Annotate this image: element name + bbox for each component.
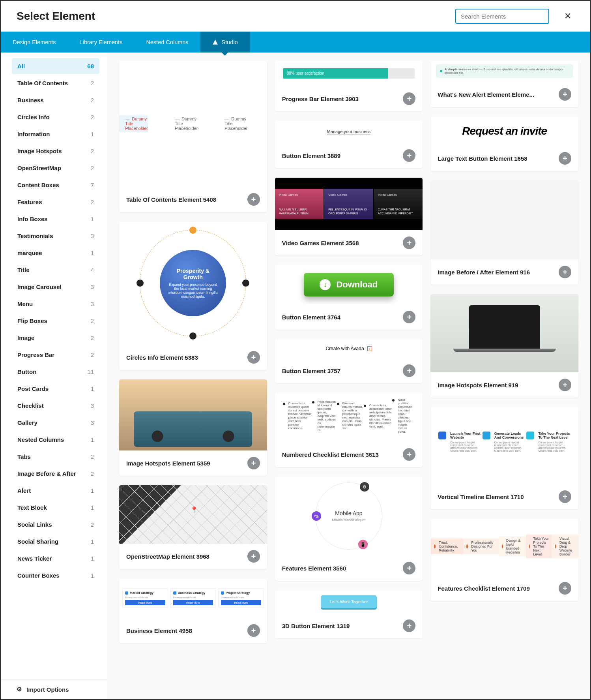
add-element-button[interactable]: +	[559, 152, 571, 165]
add-element-button[interactable]: +	[247, 550, 260, 563]
category-item[interactable]: Image Hotspots2	[12, 143, 99, 159]
element-card[interactable]: Mobile AppMauris blandit aliquet⚙🛍📱Featu…	[275, 477, 423, 581]
category-count: 2	[91, 521, 94, 528]
element-card[interactable]: Create with Avada›Button Element 3757+	[275, 339, 423, 383]
add-element-button[interactable]: +	[403, 619, 415, 632]
element-card[interactable]: Trust, Confidence, ReliabilityProfession…	[430, 519, 578, 601]
category-count: 1	[91, 436, 94, 443]
category-item[interactable]: Checklist3	[12, 398, 99, 414]
category-item[interactable]: Title4	[12, 262, 99, 278]
tab-nested-columns[interactable]: Nested Columns	[134, 32, 200, 53]
category-label: Image Carousel	[17, 283, 62, 290]
category-item[interactable]: News Ticker1	[12, 550, 99, 567]
add-element-button[interactable]: +	[559, 379, 571, 391]
add-element-button[interactable]: +	[403, 311, 415, 323]
add-element-button[interactable]: +	[403, 364, 415, 377]
studio-icon	[212, 39, 219, 45]
add-element-button[interactable]: +	[247, 351, 260, 364]
category-item[interactable]: Button11	[12, 364, 99, 380]
tab-design-elements[interactable]: Design Elements	[1, 32, 68, 53]
add-element-button[interactable]: +	[559, 490, 571, 503]
card-footer: Image Hotspots Element 919+	[430, 372, 578, 398]
category-item[interactable]: OpenStreetMap2	[12, 160, 99, 176]
category-count: 2	[91, 453, 94, 460]
element-card[interactable]: —Dummy Title Placeholder—Dummy Title Pla…	[119, 60, 267, 212]
add-element-button[interactable]: +	[559, 88, 571, 101]
category-item[interactable]: marquee1	[12, 245, 99, 261]
category-item[interactable]: Progress Bar2	[12, 347, 99, 363]
category-count: 1	[91, 216, 94, 222]
add-element-button[interactable]: +	[403, 448, 415, 461]
category-item[interactable]: Flip Boxes2	[12, 313, 99, 329]
category-label: Counter Boxes	[17, 572, 60, 579]
element-card[interactable]: OpenStreetMap Element 3968+	[119, 485, 267, 569]
element-card[interactable]: Launch Your First WebsiteCurae ipsum feu…	[430, 407, 578, 509]
element-card[interactable]: Video GamesNULLA IN NISL LIBER MALESUADA…	[275, 178, 423, 255]
add-element-button[interactable]: +	[559, 266, 571, 278]
category-label: Flip Boxes	[17, 317, 47, 324]
category-item[interactable]: Testimonials3	[12, 228, 99, 244]
card-footer: Large Text Button Element 1658+	[430, 146, 578, 171]
element-card[interactable]: A simple success alert — Suspendisse gra…	[430, 60, 578, 107]
add-element-button[interactable]: +	[247, 193, 260, 206]
category-label: Social Sharing	[17, 538, 58, 545]
category-item[interactable]: Social Sharing1	[12, 533, 99, 550]
category-item[interactable]: Tabs2	[12, 449, 99, 465]
element-card[interactable]: Consectetur eiusmod quam do est posuere …	[275, 393, 423, 467]
category-item[interactable]: Info Boxes1	[12, 211, 99, 227]
element-card[interactable]: Market StrategyLorem ipsum dolor sit.Rea…	[119, 578, 267, 643]
element-card[interactable]: 80% user satisfactionProgress Bar Elemen…	[275, 60, 423, 111]
import-options-button[interactable]: ⚙ Import Options	[1, 679, 107, 699]
category-item[interactable]: Image Carousel3	[12, 279, 99, 295]
category-item[interactable]: Text Block1	[12, 499, 99, 516]
category-item[interactable]: Alert1	[12, 482, 99, 499]
category-item[interactable]: Table Of Contents2	[12, 75, 99, 91]
add-element-button[interactable]: +	[403, 92, 415, 105]
category-item[interactable]: Nested Columns1	[12, 432, 99, 448]
category-item[interactable]: Image Before & After2	[12, 465, 99, 482]
category-label: News Ticker	[17, 555, 52, 562]
category-item[interactable]: Circles Info2	[12, 109, 99, 125]
element-card[interactable]: Image Before / After Element 916+	[430, 180, 578, 285]
elements-grid-wrap[interactable]: —Dummy Title Placeholder—Dummy Title Pla…	[107, 53, 590, 699]
add-element-button[interactable]: +	[247, 624, 260, 637]
category-count: 1	[91, 572, 94, 579]
element-card[interactable]: Let's Work Together3D Button Element 131…	[275, 590, 423, 638]
card-footer: 3D Button Element 1319+	[275, 613, 423, 638]
category-item[interactable]: Counter Boxes1	[12, 567, 99, 584]
close-icon[interactable]: ✕	[561, 8, 574, 24]
category-item[interactable]: Post Cards1	[12, 381, 99, 397]
category-list[interactable]: All68Table Of Contents2Business2Circles …	[1, 53, 107, 679]
add-element-button[interactable]: +	[403, 562, 415, 574]
add-element-button[interactable]: +	[403, 236, 415, 249]
category-item[interactable]: Image2	[12, 330, 99, 346]
category-item[interactable]: Menu3	[12, 296, 99, 312]
element-card[interactable]: Manage your businessButton Element 3889+	[275, 121, 423, 168]
category-count: 1	[91, 555, 94, 562]
category-item[interactable]: Features2	[12, 194, 99, 210]
add-element-button[interactable]: +	[559, 582, 571, 595]
element-card[interactable]: Image Hotspots Element 5359+	[119, 379, 267, 476]
card-footer: OpenStreetMap Element 3968+	[119, 544, 267, 569]
search-input[interactable]	[455, 9, 549, 24]
element-card[interactable]: Request an inviteLarge Text Button Eleme…	[430, 116, 578, 171]
category-item[interactable]: Information1	[12, 126, 99, 142]
card-title: Button Element 3764	[282, 314, 340, 321]
element-card[interactable]: ↓DownloadButton Element 3764+	[275, 265, 423, 330]
card-footer: Numbered Checklist Element 3613+	[275, 442, 423, 467]
element-card[interactable]: Prosperity & GrowthExpand your presence …	[119, 221, 267, 370]
tab-library-elements[interactable]: Library Elements	[68, 32, 135, 53]
element-card[interactable]: Image Hotspots Element 919+	[430, 294, 578, 398]
category-item[interactable]: Business2	[12, 92, 99, 108]
tab-studio[interactable]: Studio	[200, 32, 250, 53]
card-footer: What's New Alert Element Eleme...+	[430, 82, 578, 107]
category-item[interactable]: Content Boxes7	[12, 177, 99, 193]
add-element-button[interactable]: +	[403, 149, 415, 162]
card-title: Features Element 3560	[282, 565, 346, 572]
sidebar: All68Table Of Contents2Business2Circles …	[1, 53, 107, 699]
category-item[interactable]: Social Links2	[12, 516, 99, 533]
add-element-button[interactable]: +	[247, 457, 260, 469]
category-item[interactable]: All68	[12, 58, 99, 74]
card-footer: Features Element 3560+	[275, 555, 423, 581]
category-item[interactable]: Gallery3	[12, 415, 99, 431]
